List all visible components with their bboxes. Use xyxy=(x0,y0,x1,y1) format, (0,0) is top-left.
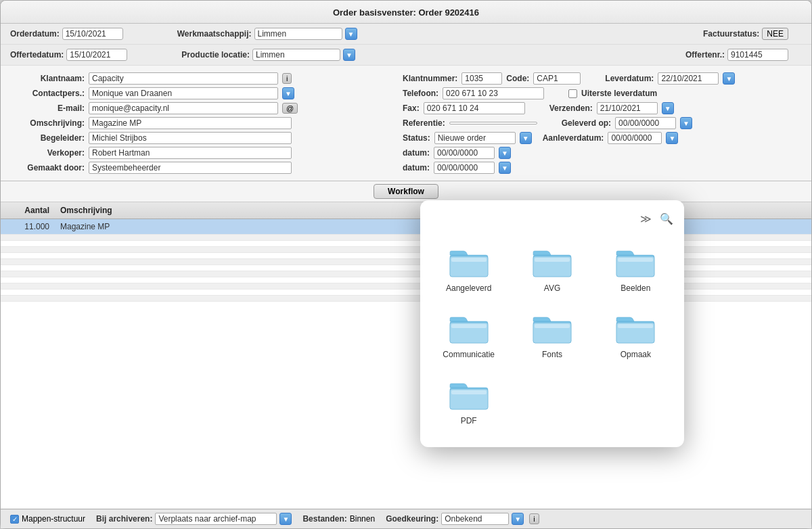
folder-label: PDF xyxy=(461,416,477,426)
main-window: Order basisvenster: Order 9202416 Orderd… xyxy=(0,0,812,529)
omschrijving-group: Omschrijving: Magazine MP xyxy=(10,117,403,129)
table-row[interactable]: 11.000 Magazine MP xyxy=(1,219,811,235)
folder-item-fonts[interactable]: Fonts xyxy=(514,306,589,365)
aanleverdatum-value[interactable]: 00/00/0000 xyxy=(608,132,662,144)
goedkeuring-dropdown[interactable]: ▼ xyxy=(512,513,524,525)
factuurstatus-value: NEE xyxy=(762,28,788,40)
uiterste-leverdatum-checkbox[interactable] xyxy=(568,89,577,98)
table-row[interactable] xyxy=(1,253,811,259)
folder-icon xyxy=(532,312,572,346)
table-cell-aantal xyxy=(1,236,55,239)
mappen-structuur-label: Mappen-structuur xyxy=(22,514,85,524)
table-cell-aantal xyxy=(1,242,55,245)
table-row[interactable] xyxy=(1,259,811,265)
offertenr-value[interactable]: 9101445 xyxy=(727,49,788,61)
email-btn[interactable]: @ xyxy=(282,103,298,114)
form-row-omschrijving: Omschrijving: Magazine MP Referentie: Ge… xyxy=(1,116,811,131)
table-row[interactable] xyxy=(1,271,811,277)
form-row-verkoper: Verkoper: Robert Hartman datum: 00/00/00… xyxy=(1,145,811,160)
offertedatum-label: Offertedatum: xyxy=(10,50,64,60)
fax-value[interactable]: 020 671 10 24 xyxy=(424,102,525,114)
folder-item-communicatie[interactable]: Communicatie xyxy=(431,306,506,365)
table-row[interactable] xyxy=(1,247,811,253)
geleverd-op-label: Geleverd op: xyxy=(562,118,611,128)
folder-icon xyxy=(615,312,656,346)
fax-group: Fax: 020 671 10 24 Verzenden: 21/10/2021… xyxy=(403,102,802,114)
datum2-value[interactable]: 00/00/0000 xyxy=(434,162,495,174)
table-row[interactable] xyxy=(1,296,811,302)
datum2-group: datum: 00/00/0000 ▼ xyxy=(403,162,802,174)
gemaakt-door-value[interactable]: Systeembeheerder xyxy=(89,162,292,174)
geleverd-op-value[interactable]: 00/00/0000 xyxy=(615,117,676,129)
klantnaam-value[interactable]: Capacity xyxy=(89,72,278,85)
form-row-contactpers: Contactpers.: Monique van Draanen ▼ Tele… xyxy=(1,86,811,101)
table-row[interactable] xyxy=(1,283,811,290)
status-value[interactable]: Nieuwe order xyxy=(434,132,516,144)
folder-item-beelden[interactable]: Beelden xyxy=(598,240,673,298)
table-cell-aantal xyxy=(1,297,55,300)
verkoper-value[interactable]: Robert Hartman xyxy=(89,147,292,159)
table-row[interactable] xyxy=(1,241,811,247)
klantnummer-value[interactable]: 1035 xyxy=(461,72,502,85)
klantnaam-lookup-btn[interactable]: i xyxy=(282,73,292,84)
folder-item-aangeleverd[interactable]: Aangeleverd xyxy=(431,240,506,298)
offertedatum-value[interactable]: 15/10/2021 xyxy=(66,49,127,61)
leverdatum-value[interactable]: 22/10/2021 xyxy=(658,72,719,85)
folder-item-pdf[interactable]: PDF xyxy=(431,373,506,431)
goedkeuring-value[interactable]: Onbekend xyxy=(441,513,509,525)
popup-header: ≫ 🔍 xyxy=(431,211,673,227)
folder-item-avg[interactable]: AVG xyxy=(514,240,589,298)
table-cell-aantal xyxy=(1,291,55,294)
code-value[interactable]: CAP1 xyxy=(533,72,581,85)
bestanden-label: Bestanden: xyxy=(302,514,346,524)
aanleverdatum-dropdown[interactable]: ▼ xyxy=(666,132,678,144)
werkmaatschappij-value[interactable]: Limmen xyxy=(254,28,342,40)
verzenden-value[interactable]: 21/10/2021 xyxy=(597,102,658,114)
begeleider-value[interactable]: Michiel Strijbos xyxy=(89,132,292,144)
bij-archiveren-dropdown[interactable]: ▼ xyxy=(279,513,292,525)
status-dropdown[interactable]: ▼ xyxy=(520,132,532,144)
referentie-group: Referentie: Geleverd op: 00/00/0000 ▼ xyxy=(403,117,802,129)
leverdatum-dropdown[interactable]: ▼ xyxy=(723,72,735,85)
contactpers-dropdown[interactable]: ▼ xyxy=(282,87,294,99)
productie-locatie-dropdown[interactable]: ▼ xyxy=(343,49,355,61)
email-value[interactable]: monique@capacity.nl xyxy=(89,102,278,114)
folder-label: AVG xyxy=(544,283,560,293)
orderdatum-value[interactable]: 15/10/2021 xyxy=(62,28,123,40)
datum1-value[interactable]: 00/00/0000 xyxy=(434,147,495,159)
omschrijving-value[interactable]: Magazine MP xyxy=(89,117,292,129)
folder-item-opmaak[interactable]: Opmaak xyxy=(598,306,673,365)
referentie-value[interactable] xyxy=(449,122,537,124)
popup-search-btn[interactable]: 🔍 xyxy=(660,212,673,225)
workflow-section: Workflow xyxy=(1,181,811,202)
contactpers-value[interactable]: Monique van Draanen xyxy=(89,87,278,99)
email-group: E-mail: monique@capacity.nl @ xyxy=(10,102,403,114)
datum1-dropdown[interactable]: ▼ xyxy=(499,147,511,159)
verzenden-dropdown[interactable]: ▼ xyxy=(662,102,674,114)
table-row[interactable] xyxy=(1,277,811,283)
bij-archiveren-label: Bij archiveren: xyxy=(96,514,152,524)
goedkeuring-info-btn[interactable]: i xyxy=(529,513,539,524)
table-row[interactable] xyxy=(1,235,811,241)
top-row-2: Offertedatum: 15/10/2021 Productie locat… xyxy=(1,45,811,66)
popup-nav-forward-btn[interactable]: ≫ xyxy=(637,211,654,227)
table-cell-aantal xyxy=(1,273,55,275)
factuurstatus-group: Factuurstatus: NEE xyxy=(703,28,788,40)
werkmaatschappij-dropdown[interactable]: ▼ xyxy=(345,28,357,40)
bij-archiveren-value[interactable]: Verplaats naar archief-map xyxy=(155,513,277,525)
verkoper-label: Verkoper: xyxy=(10,148,85,158)
mappen-structuur-checkbox[interactable]: ✓ xyxy=(10,515,19,524)
folder-label: Beelden xyxy=(621,283,650,293)
bestanden-group: Bestanden: Binnen xyxy=(302,514,375,524)
workflow-button[interactable]: Workflow xyxy=(374,184,438,199)
telefoon-value[interactable]: 020 671 10 23 xyxy=(443,87,544,99)
table-row[interactable] xyxy=(1,290,811,296)
geleverd-op-dropdown[interactable]: ▼ xyxy=(680,117,692,129)
table-row[interactable] xyxy=(1,265,811,271)
table-cell-aantal xyxy=(1,279,55,281)
telefoon-group: Telefoon: 020 671 10 23 Uiterste leverda… xyxy=(403,87,802,99)
datum1-label: datum: xyxy=(403,148,430,158)
datum2-dropdown[interactable]: ▼ xyxy=(499,162,511,174)
omschrijving-label: Omschrijving: xyxy=(10,118,85,128)
productie-locatie-value[interactable]: Limmen xyxy=(252,49,340,61)
